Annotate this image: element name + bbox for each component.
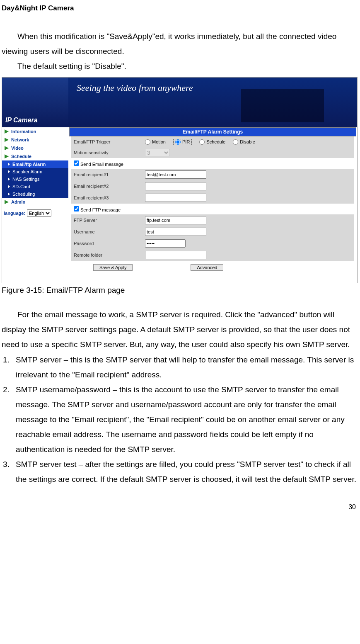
radio-label: Disable xyxy=(240,139,255,144)
save-apply-button[interactable]: Save & Apply xyxy=(93,264,133,271)
settings-form: Email/FTP Trigger Motion PIR Schedule Di… xyxy=(71,136,354,261)
send-ftp-checkbox[interactable]: Send FTP message xyxy=(74,207,121,212)
sidebar-sub-label: SD-Card xyxy=(12,184,30,189)
checkbox-label: Send Email message xyxy=(80,162,123,167)
remote-folder-label: Remote folder xyxy=(71,249,143,261)
sidebar-item-video[interactable]: Video xyxy=(2,144,68,152)
sidebar-sub-label: Email/ftp Alarm xyxy=(12,162,46,167)
list-item-3: SMTP server test – after the settings ar… xyxy=(12,457,360,487)
logo: IP Camera xyxy=(2,78,68,127)
triangle-icon xyxy=(8,163,10,166)
sidebar-subgroup: Email/ftp Alarm Speaker Alarm NAS Settin… xyxy=(2,160,68,198)
document-header: Day&Night IP Camera xyxy=(0,4,360,29)
sidebar-label: Schedule xyxy=(11,154,31,159)
sidebar-item-information[interactable]: Information xyxy=(2,127,68,136)
sidebar-label: Admin xyxy=(11,199,25,204)
banner: Seeing the video from anywhere xyxy=(68,78,357,127)
radio-label: Motion xyxy=(152,139,166,144)
password-label: Password xyxy=(71,238,143,249)
arrow-icon xyxy=(5,200,9,204)
ftp-server-label: FTP Server xyxy=(71,214,143,226)
sidebar-sub-sdcard[interactable]: SD-Card xyxy=(2,183,68,190)
radio-label: PIR xyxy=(182,139,190,144)
triangle-icon xyxy=(8,170,10,173)
language-selector-row: language: English xyxy=(2,206,68,220)
sidebar-sub-speaker[interactable]: Speaker Alarm xyxy=(2,168,68,175)
advanced-paragraph: For the email message to work, a SMTP se… xyxy=(2,307,358,352)
sidebar: Information Network Video Schedule Email… xyxy=(2,127,68,283)
radio-disable[interactable]: Disable xyxy=(233,139,255,145)
recipient1-input[interactable] xyxy=(145,170,206,179)
sidebar-label: Video xyxy=(11,146,24,151)
sidebar-sub-label: NAS Settings xyxy=(12,177,39,182)
trigger-radio-group: Motion PIR Schedule Disable xyxy=(145,139,352,145)
content-area: Email/FTP Alarm Settings Email/FTP Trigg… xyxy=(68,127,357,283)
radio-pir[interactable]: PIR xyxy=(175,139,190,145)
remote-folder-input[interactable] xyxy=(145,251,206,259)
radio-schedule[interactable]: Schedule xyxy=(199,139,225,145)
sidebar-sub-email-ftp[interactable]: Email/ftp Alarm xyxy=(2,160,68,168)
radio-motion[interactable]: Motion xyxy=(145,139,166,145)
sidebar-sub-nas[interactable]: NAS Settings xyxy=(2,175,68,183)
sidebar-sub-label: Speaker Alarm xyxy=(12,169,42,174)
recipient3-label: Email recipient#3 xyxy=(71,192,143,204)
intro-paragraph-2: The default setting is "Disable". xyxy=(2,59,358,74)
banner-text: Seeing the video from anywhere xyxy=(77,83,193,93)
screenshot-container: IP Camera Seeing the video from anywhere… xyxy=(2,77,358,283)
send-email-checkbox[interactable]: Send Email message xyxy=(74,162,123,167)
recipient2-input[interactable] xyxy=(145,182,206,190)
sidebar-item-network[interactable]: Network xyxy=(2,136,68,144)
sidebar-label: Network xyxy=(11,137,29,142)
radio-label: Schedule xyxy=(206,139,225,144)
content-title: Email/FTP Alarm Settings xyxy=(69,127,356,136)
figure-caption: Figure 3-15: Email/FTP Alarm page xyxy=(0,284,360,307)
sensitivity-select[interactable]: 3 xyxy=(145,149,170,156)
trigger-label: Email/FTP Trigger xyxy=(71,136,143,147)
list-item-2: SMTP username/password – this is the acc… xyxy=(12,382,360,457)
triangle-icon xyxy=(8,177,10,181)
triangle-icon xyxy=(8,185,10,188)
ftp-server-input[interactable] xyxy=(145,216,206,224)
sidebar-sub-scheduling[interactable]: Scheduling xyxy=(2,190,68,198)
username-label: Username xyxy=(71,226,143,238)
recipient2-label: Email recipient#2 xyxy=(71,180,143,192)
sidebar-item-admin[interactable]: Admin xyxy=(2,198,68,206)
arrow-icon xyxy=(5,154,9,158)
arrow-icon xyxy=(5,138,9,142)
language-label: language: xyxy=(4,211,25,216)
arrow-icon xyxy=(5,146,9,150)
username-input[interactable] xyxy=(145,228,206,236)
banner-image-placeholder xyxy=(241,89,324,122)
sidebar-item-schedule[interactable]: Schedule xyxy=(2,152,68,160)
list-item-1: SMTP server – this is the SMTP server th… xyxy=(12,352,360,382)
advanced-button[interactable]: Advanced xyxy=(191,264,223,271)
sensitivity-label: Motion sensitivity xyxy=(71,147,143,158)
triangle-icon xyxy=(8,192,10,196)
password-input[interactable] xyxy=(145,239,186,248)
sidebar-label: Information xyxy=(11,129,36,134)
recipient3-input[interactable] xyxy=(145,194,206,202)
arrow-icon xyxy=(5,129,9,134)
recipient1-label: Email recipient#1 xyxy=(71,169,143,180)
checkbox-label: Send FTP message xyxy=(80,207,121,212)
page-number: 30 xyxy=(0,487,360,513)
sidebar-sub-label: Scheduling xyxy=(12,192,35,197)
language-select[interactable]: English xyxy=(27,209,51,217)
numbered-list: SMTP server – this is the SMTP server th… xyxy=(0,352,360,487)
intro-paragraph-1: When this modification is "Save&Apply"ed… xyxy=(2,29,358,59)
